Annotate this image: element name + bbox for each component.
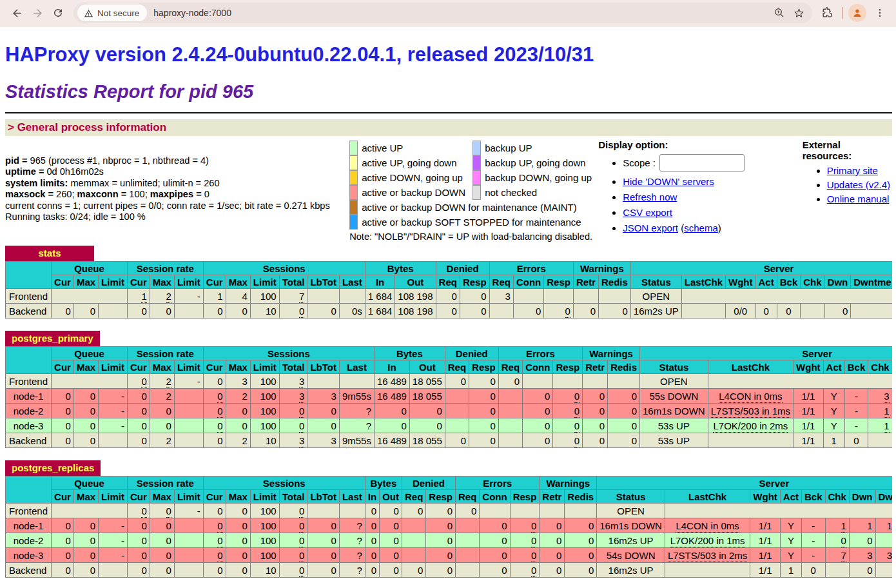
column-header-retr: Retr	[583, 360, 608, 374]
cell-limit: 100	[250, 289, 279, 304]
cell-req: 0	[436, 289, 460, 304]
row-label: Frontend	[6, 374, 52, 389]
cell-max: 0	[73, 304, 98, 318]
menu-button[interactable]	[870, 3, 890, 23]
cell-out: 18 055	[409, 389, 445, 404]
updates-link[interactable]: Updates (v2.4)	[827, 179, 890, 190]
column-group-errors: Errors	[455, 476, 539, 490]
cell-max: 0	[73, 418, 98, 433]
cell-resp: 0	[553, 404, 583, 418]
tooltip-value: 0	[217, 391, 222, 403]
cell-limit: -	[174, 504, 203, 518]
cell-act: Y	[823, 404, 844, 418]
url-bar[interactable]: Not secure haproxy-node:7000	[73, 3, 812, 23]
column-header-lastchk: LastChk	[665, 490, 750, 504]
cell-max: 0	[150, 518, 174, 533]
cell-bck: 0	[844, 433, 868, 448]
cell-out: 108 198	[395, 289, 436, 304]
tooltip-value: 0	[141, 505, 146, 518]
bookmark-button[interactable]	[789, 3, 808, 23]
column-header-limit: Limit	[250, 360, 279, 374]
column-header-act: Act	[823, 360, 844, 374]
cell-max: 0	[226, 518, 250, 533]
cell-out: 18 055	[409, 433, 445, 448]
row-label: node-1	[6, 389, 52, 404]
cell-lastchk	[708, 433, 793, 448]
cell-resp: 0	[510, 548, 540, 563]
cell-req	[498, 404, 522, 418]
profile-button[interactable]	[848, 4, 866, 22]
scope-input[interactable]	[659, 154, 745, 172]
cell-limit: 10	[250, 563, 279, 578]
tooltip-value: L4CON in 0ms	[676, 520, 739, 533]
primary-site-link[interactable]: Primary site	[827, 165, 878, 176]
not-secure-badge[interactable]: Not secure	[77, 5, 147, 21]
cell-redis: 0	[608, 404, 640, 418]
refresh-link[interactable]: Refresh now	[623, 191, 677, 202]
cell-cur: 0	[127, 304, 150, 318]
column-header-req: Req	[445, 360, 469, 374]
forward-button[interactable]	[27, 3, 48, 23]
cell-resp: 0	[469, 374, 499, 389]
online-manual-link[interactable]: Online manual	[827, 193, 890, 204]
cell-max: 0	[150, 504, 174, 518]
cell-retr	[540, 504, 565, 518]
cell-conn: 0	[523, 418, 553, 433]
back-button[interactable]	[6, 3, 27, 23]
cell-in: 1 684	[365, 289, 395, 304]
cell-dwntme: 0s	[875, 533, 892, 548]
page-title[interactable]: HAProxy version 2.4.24-0ubuntu0.22.04.1,…	[5, 43, 891, 66]
column-header-wght: Wght	[750, 490, 780, 504]
extensions-button[interactable]	[817, 3, 837, 23]
json-export-link[interactable]: JSON export	[623, 222, 678, 233]
cell-max: 0	[226, 548, 250, 563]
proxy-title-postgres_replicas[interactable]: postgres_replicas	[5, 460, 101, 476]
cell-status: 16m2s UP	[630, 304, 681, 318]
legend-swatch-backup-up-going-down	[472, 155, 481, 170]
proxy-title-postgres_primary[interactable]: postgres_primary	[5, 331, 100, 346]
cell-out: 0	[380, 548, 402, 563]
tooltip-value: 0	[217, 535, 222, 547]
cell-resp: 0	[469, 418, 499, 433]
corner-cell	[6, 476, 52, 504]
cell-total: 0	[279, 518, 307, 533]
kebab-menu-icon	[875, 8, 885, 18]
legend-row-soft-stop: active or backup SOFT STOPPED for mainte…	[349, 215, 598, 230]
cell-limit	[174, 304, 203, 318]
row-label: Backend	[6, 433, 52, 448]
cell-redis	[598, 289, 630, 304]
cell-resp	[510, 504, 540, 518]
cell-cur: 0	[203, 518, 226, 533]
cell-total: 0	[279, 533, 307, 548]
tooltip-value: 0	[531, 565, 536, 577]
column-header-max: Max	[73, 490, 98, 504]
column-header-chk: Chk	[801, 275, 824, 289]
reload-button[interactable]	[48, 3, 68, 23]
back-arrow-icon	[11, 7, 23, 19]
json-schema-link[interactable]: schema	[684, 222, 718, 233]
tooltip-value: 0	[574, 406, 579, 418]
divider-rule	[5, 112, 892, 113]
column-header-redis: Redis	[608, 360, 640, 374]
info-line-uptime: uptime = 0d 0h16m02s	[5, 166, 349, 177]
proxy-title-stats[interactable]: stats	[5, 246, 94, 261]
column-header-conn: Conn	[513, 275, 543, 289]
tooltip-value: 0	[531, 550, 536, 562]
column-group-denied: Denied	[436, 262, 489, 275]
column-header-req: Req	[498, 360, 522, 374]
cell-limit: 100	[250, 404, 279, 418]
zoom-button[interactable]	[770, 3, 789, 23]
cell-limit: -	[99, 404, 128, 418]
cell-retr: 0	[540, 548, 565, 563]
cell-redis: 0	[608, 389, 640, 404]
cell-wght: 1/1	[750, 518, 780, 533]
cell-bck: 0	[801, 563, 825, 578]
cell-limit	[174, 418, 203, 433]
hide-down-link[interactable]: Hide 'DOWN' servers	[623, 176, 714, 187]
cell-in: 0	[365, 518, 379, 533]
cell-retr: 0	[573, 304, 598, 318]
csv-export-link[interactable]: CSV export	[623, 207, 672, 218]
cell-redis: 0	[565, 533, 597, 548]
cell-total: 3	[279, 433, 307, 448]
column-group-queue: Queue	[52, 476, 128, 490]
